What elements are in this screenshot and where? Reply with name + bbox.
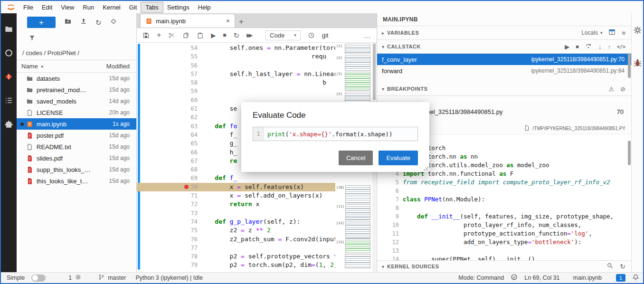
simple-mode-toggle[interactable] [31,275,46,282]
dialog-resize-handle[interactable] [422,165,428,171]
source-scrollbar[interactable] [628,141,631,165]
code-line[interactable]: 7class PPNet(nn.Module): [377,195,631,204]
file-browser-icon[interactable] [4,25,13,36]
line-number[interactable]: 6 [377,187,403,195]
line-number[interactable]: 67 [137,157,200,165]
git-branch-icon[interactable] [98,274,105,282]
line-number[interactable]: 79 [137,261,200,269]
cancel-button[interactable]: Cancel [339,151,373,165]
menu-kernel[interactable]: Kernel [98,2,125,12]
code-line[interactable]: 58 b [137,78,335,87]
code-line[interactable]: 8 [377,204,631,212]
scrollbar-thumb[interactable] [373,44,376,100]
code-line[interactable]: 57 self.h_last_layer = nn.Linear( [137,70,335,78]
restart-kernel-icon[interactable]: ↻ [234,32,240,39]
line-number[interactable]: 62 [137,113,200,122]
line-number[interactable]: 72 [137,200,200,208]
menu-git[interactable]: Git [125,2,142,12]
code-line[interactable]: 73 [137,209,335,218]
insert-cell-icon[interactable]: + [157,31,161,39]
code-line[interactable]: 69 def f_ [137,174,335,182]
kernel-status[interactable]: Python 3 (ipykernel) | Idle [135,275,203,281]
line-number[interactable]: 65 [137,139,200,148]
menu-tabs[interactable]: Tabs [141,2,162,12]
line-number[interactable]: 59 [137,87,200,95]
paste-cell-icon[interactable] [197,32,204,39]
stop-icon[interactable]: ■ [223,32,226,38]
upload-icon[interactable] [80,18,87,27]
code-line[interactable]: 14 super(PPNet, self).__init__() [377,255,631,260]
code-line[interactable]: 74 def g_p_layer(self, z): [137,218,335,226]
breadcrumb[interactable]: / codes / ProtoPNet / [17,46,136,60]
git-branch-name[interactable]: master [108,275,126,281]
line-number[interactable]: 73 [137,209,200,218]
mini-cell[interactable]: [3] [336,72,370,91]
mini-cell[interactable]: [1] [336,44,370,54]
file-row[interactable]: supp_this_looks_…15d ago [17,164,136,175]
menu-help[interactable]: Help [194,2,215,12]
callstack-frame[interactable]: f_conv_layeripykernel_325118/3984490851.… [377,54,631,65]
running-kernels-icon[interactable] [4,48,13,59]
code-line[interactable]: 75 z2 = z ** 2 [137,226,335,235]
code-line[interactable]: 13 [377,246,631,255]
tab-main-ipynb[interactable]: main.ipynb × [140,14,235,28]
mini-cell[interactable]: [10] [336,185,370,203]
kernel-sessions-count[interactable]: 1 [68,275,72,281]
new-launcher-button[interactable]: + [27,17,56,28]
kernel-sessions-icon[interactable] [75,274,82,282]
property-inspector-gear-icon[interactable] [633,26,642,37]
code-line[interactable]: 78 p2 = self.prototype_vectors ** [137,252,335,261]
variables-section-header[interactable]: ▸ VARIABLES Locals▾ ≡ [377,26,631,40]
copy-cell-icon[interactable] [182,32,189,39]
evaluate-button[interactable]: Evaluate [379,151,418,165]
line-number[interactable]: 7 [377,195,403,204]
remove-all-breakpoints-icon[interactable]: ⊘ [620,85,625,93]
pause-on-exception-icon[interactable]: ⚠ [608,85,614,93]
line-number[interactable]: 56 [137,61,200,70]
code-line[interactable]: 11 prototype_activation_function='log', [377,229,631,238]
git-icon[interactable] [4,72,13,83]
menu-edit[interactable]: Edit [38,2,57,12]
line-number[interactable]: 57 [137,70,200,78]
save-icon[interactable] [142,32,150,39]
search-icon[interactable] [606,262,614,271]
file-row[interactable]: datasets15d ago [17,73,136,84]
continue-icon[interactable]: ▶ [565,43,569,50]
line-number[interactable]: 5 [377,178,403,187]
file-row[interactable]: slides.pdf15d ago [17,152,136,164]
mini-cell[interactable] [336,254,370,268]
refresh-icon[interactable]: ↻ [620,263,625,270]
code-line[interactable]: 56 [137,61,335,70]
debugger-bug-icon[interactable] [633,58,642,69]
tree-view-icon[interactable]: ≡ [622,29,625,37]
breakpoint-dot[interactable] [184,185,189,189]
line-number[interactable]: 61 [137,104,200,113]
line-number[interactable]: 9 [377,212,403,221]
line-number[interactable]: 75 [137,226,200,235]
step-over-icon[interactable] [585,42,592,51]
mini-cell[interactable]: [13] [336,240,370,253]
code-line[interactable]: 76 z2_patch_sum = F.conv2d(input [137,235,335,244]
code-line[interactable]: 55 requ [137,52,335,61]
line-number[interactable]: 8 [377,204,403,212]
terminate-icon[interactable]: ■ [576,44,579,49]
line-number[interactable]: 69 [137,174,200,182]
code-line[interactable]: 72 return x [137,200,335,208]
cut-cell-icon[interactable] [168,32,175,39]
new-folder-icon[interactable] [64,18,72,27]
line-number[interactable]: 71 [137,191,200,200]
line-number[interactable]: 12 [377,238,403,246]
menu-run[interactable]: Run [78,2,98,12]
breakpoints-section-header[interactable]: ▾ BREAKPOINTS ⚠ ⊘ [377,82,631,96]
line-number[interactable]: 68 [137,165,200,174]
line-number[interactable]: 54 [137,44,200,52]
file-row[interactable]: LICENSE20h ago [17,107,136,118]
tab-close-icon[interactable]: × [226,17,230,25]
bell-icon[interactable] [632,274,639,282]
code-line[interactable]: 71 x = self.add_on_layers(x) [137,191,335,200]
step-out-icon[interactable]: ↑ [607,43,611,50]
file-row[interactable]: main.ipynb1s ago [17,118,136,130]
file-row[interactable]: this_looks_like_t…15d ago [17,175,136,187]
extensions-icon[interactable] [4,120,13,131]
column-modified[interactable]: Modified [106,63,130,70]
